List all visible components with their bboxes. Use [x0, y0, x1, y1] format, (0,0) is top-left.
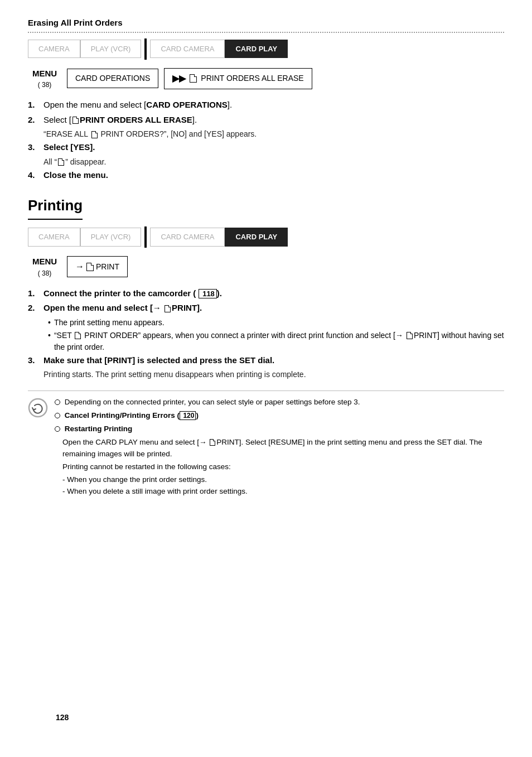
note-item-2: Cancel Printing/Printing Errors ( 120) — [55, 410, 504, 422]
steps-1: 1. Open the menu and select [CARD OPERAT… — [28, 99, 504, 181]
menu-label-2: MENU — [28, 255, 61, 268]
section-printing: Printing CAMERA PLAY (VCR) CARD CAMERA C… — [28, 195, 504, 498]
menu-right-text-1: PRINT ORDERS ALL ERASE — [201, 73, 303, 84]
tab-card-camera-1[interactable]: CARD CAMERA — [150, 40, 225, 59]
mode-tabs-2: CAMERA PLAY (VCR) CARD CAMERA CARD PLAY — [28, 226, 504, 248]
section2-title: Printing — [28, 195, 83, 220]
tab-separator-1 — [144, 38, 147, 60]
note-dash-2: - When you delete a still image with pri… — [62, 486, 504, 498]
step-2-1: 1. Connect the printer to the camcorder … — [28, 287, 504, 300]
note-icon — [28, 398, 48, 418]
tab-play-vcr-1[interactable]: PLAY (VCR) — [80, 40, 142, 59]
step-2-2-bullet2: • “SET PRINT ORDER” appears, when you co… — [48, 330, 504, 353]
tab-camera-1[interactable]: CAMERA — [28, 40, 80, 59]
section-erasing: Erasing All Print Orders CAMERA PLAY (VC… — [28, 17, 504, 181]
tab-card-play-2[interactable]: CARD PLAY — [225, 228, 288, 247]
step-1-2: 2. Select [PRINT ORDERS ALL ERASE]. — [28, 114, 504, 127]
circle-1 — [55, 399, 60, 405]
note-content: Depending on the connected printer, you … — [55, 397, 504, 498]
step-1-3-sub: All “” disappear. — [43, 156, 504, 168]
tab-play-vcr-2[interactable]: PLAY (VCR) — [80, 228, 142, 247]
step-2-3-sub: Printing starts. The print setting menu … — [43, 369, 504, 380]
circle-3 — [55, 426, 60, 432]
menu-arrow-1: ▶▶ — [172, 72, 186, 85]
step-1-4: 4. Close the menu. — [28, 169, 504, 182]
note-item-1: Depending on the connected printer, you … — [55, 397, 504, 408]
menu-sub-1: ( 38) — [28, 80, 61, 90]
steps-2: 1. Connect the printer to the camcorder … — [28, 287, 504, 381]
step-1-1: 1. Open the menu and select [CARD OPERAT… — [28, 99, 504, 112]
circle-2 — [55, 413, 60, 418]
tab-camera-2[interactable]: CAMERA — [28, 228, 80, 247]
note-item-3-body: Open the CARD PLAY menu and select [→ PR… — [62, 437, 504, 460]
tab-card-camera-2[interactable]: CARD CAMERA — [150, 228, 225, 247]
step-2-3: 3. Make sure that [PRINT] is selected an… — [28, 354, 504, 367]
note-dash-1: - When you change the print order settin… — [62, 474, 504, 486]
print-icon-2 — [86, 263, 94, 271]
step-2-2: 2. Open the menu and select [→ PRINT]. — [28, 302, 504, 315]
menu-label-1: MENU — [28, 67, 61, 80]
tab-card-play-1[interactable]: CARD PLAY — [225, 40, 288, 59]
page-number: 128 — [56, 712, 69, 724]
tab-separator-2 — [144, 226, 147, 248]
print-icon-1 — [190, 74, 197, 83]
menu-print-label: PRINT — [96, 261, 119, 273]
arrow-right-2: → — [75, 260, 84, 273]
step-1-2-sub: “ERASE ALL PRINT ORDERS?”, [NO] and [YES… — [43, 128, 504, 140]
svg-point-0 — [29, 399, 47, 417]
menu-box-right-1: ▶▶ PRINT ORDERS ALL ERASE — [164, 68, 312, 89]
mode-tabs-1: CAMERA PLAY (VCR) CARD CAMERA CARD PLAY — [28, 38, 504, 60]
menu-row-1: MENU ( 38) CARD OPERATIONS ▶▶ PRINT ORDE… — [28, 67, 504, 90]
menu-sub-2: ( 38) — [28, 268, 61, 278]
section1-title: Erasing All Print Orders — [28, 17, 504, 30]
note-box: Depending on the connected printer, you … — [28, 390, 504, 498]
menu-box-left-1: CARD OPERATIONS — [67, 69, 158, 88]
note-item-3: Restarting Printing — [55, 423, 504, 435]
step-1-3: 3. Select [YES]. — [28, 141, 504, 154]
step-2-2-bullet1: • The print setting menu appears. — [48, 317, 504, 329]
note-item-3-sub: Printing cannot be restarted in the foll… — [62, 461, 504, 473]
print-icon-s1 — [72, 117, 79, 124]
menu-row-2: MENU ( 38) → PRINT — [28, 255, 504, 278]
menu-box-2: → PRINT — [67, 256, 128, 277]
divider — [28, 32, 504, 33]
